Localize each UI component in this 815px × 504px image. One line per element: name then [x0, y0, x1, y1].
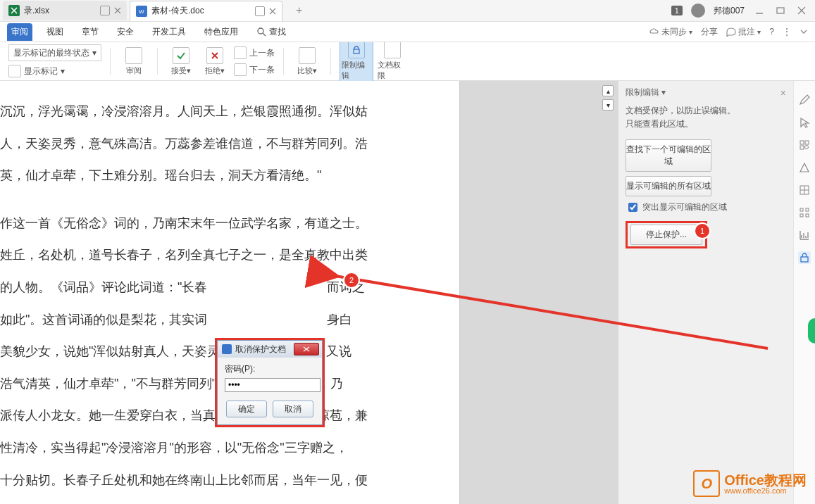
- comment-icon: [726, 27, 736, 37]
- annotation-marker-2: 2: [343, 272, 360, 289]
- menu-search[interactable]: 查找: [252, 23, 290, 41]
- panel-title: 限制编辑 ▾: [626, 87, 666, 99]
- document-page[interactable]: 沉沉，浮光霭霭，冷浸溶溶月。人间天上，烂银霞照通彻。浑似姑 人，天姿灵秀，意气殊…: [0, 81, 459, 504]
- marker-down-icon[interactable]: ▾: [602, 99, 614, 111]
- menu-right: 未同步▾ 分享 批注▾ ? ⋮: [649, 26, 808, 38]
- text-line: 人，天姿灵秀，意气殊高洁。万蕊参差谁信道，不与群芳同列。浩: [0, 137, 368, 151]
- svg-rect-1: [777, 8, 784, 13]
- text-line: 沉沉，浮光霭霭，冷浸溶溶月。人间天上，烂银霞照通彻。浑似姑: [0, 104, 368, 118]
- titlebar-right: 1 邦德007: [671, 4, 808, 18]
- sync-status[interactable]: 未同步▾: [649, 26, 692, 38]
- menu-bar: 审阅 视图 章节 安全 开发工具 特色应用 查找 未同步▾ 分享 批注▾ ? ⋮: [0, 22, 815, 42]
- share-button[interactable]: 分享: [701, 26, 718, 38]
- tab-close-icon[interactable]: [114, 7, 121, 14]
- password-input[interactable]: [225, 378, 321, 392]
- find-next-region-button[interactable]: 查找下一个可编辑的区域: [626, 139, 711, 172]
- text-line: 身白: [327, 313, 352, 327]
- apps-icon[interactable]: [798, 206, 811, 219]
- tab-restore-icon[interactable]: [100, 6, 110, 15]
- menu-view[interactable]: 视图: [42, 23, 68, 41]
- password-label: 密码(P):: [225, 364, 255, 374]
- prev-change-button[interactable]: 上一条: [234, 46, 275, 60]
- dialog-ok-button[interactable]: 确定: [226, 401, 267, 417]
- marker-up-icon[interactable]: ▴: [602, 85, 614, 96]
- tab-doc[interactable]: W 素材-倚天.doc: [130, 1, 282, 21]
- stop-protection-button[interactable]: 停止保护...: [630, 225, 702, 245]
- restrict-edit-button[interactable]: 限制编辑: [340, 39, 373, 83]
- pen-icon[interactable]: [798, 94, 811, 106]
- tab-bar: 录.xlsx W 素材-倚天.doc + 1 邦德007: [0, 0, 815, 22]
- user-avatar[interactable]: [691, 4, 705, 18]
- text-line: 性清冷，实当得起"冷浸溶溶月"的形容，以"无俗念"三字赠之，: [0, 441, 348, 455]
- side-widget-icon[interactable]: [808, 318, 815, 344]
- doc-permission-button[interactable]: 文档权限: [378, 42, 407, 81]
- reject-icon: [206, 47, 223, 64]
- review-button[interactable]: 审阅: [119, 47, 149, 76]
- dialog-titlebar[interactable]: 取消保护文档: [218, 341, 322, 358]
- menu-review[interactable]: 审阅: [7, 23, 32, 41]
- compare-button[interactable]: 比较▾: [292, 47, 322, 76]
- menu-devtools[interactable]: 开发工具: [148, 23, 190, 41]
- panel-close-button[interactable]: ×: [780, 87, 786, 99]
- markup-icon: [8, 65, 21, 77]
- collapse-ribbon-icon[interactable]: [800, 27, 808, 36]
- compare-icon: [299, 47, 316, 64]
- text-line: 如此"。这首词诵的似是梨花，其实词: [0, 313, 207, 327]
- window-close-icon[interactable]: [795, 6, 808, 15]
- show-markup-button[interactable]: 显示标记▾: [8, 64, 101, 78]
- lock-panel-icon[interactable]: [798, 251, 811, 264]
- tab-close-icon[interactable]: [269, 8, 276, 15]
- svg-rect-5: [805, 141, 809, 144]
- doc-icon: [222, 344, 232, 354]
- grid-icon[interactable]: [798, 184, 811, 196]
- menu-special[interactable]: 特色应用: [200, 23, 242, 41]
- panel-description: 文档受保护，以防止误编辑。只能查看此区域。: [626, 104, 786, 131]
- show-all-regions-button[interactable]: 显示可编辑的所有区域: [626, 176, 711, 196]
- menu-security[interactable]: 安全: [113, 23, 138, 41]
- svg-text:W: W: [139, 8, 144, 15]
- notification-badge[interactable]: 1: [671, 6, 683, 15]
- settings-icon[interactable]: [798, 139, 811, 151]
- workspace: 沉沉，浮光霭霭，冷浸溶溶月。人间天上，烂银霞照通彻。浑似姑 人，天姿灵秀，意气殊…: [0, 81, 815, 504]
- new-tab-button[interactable]: +: [285, 1, 313, 20]
- next-icon: [234, 63, 247, 76]
- text-line: 姓丘，名处机，道号长春子，名列全真七子之一，是全真教中出类: [0, 248, 368, 262]
- chart-icon[interactable]: [798, 229, 811, 241]
- comment-button[interactable]: 批注▾: [726, 26, 761, 38]
- highlight-checkbox-input[interactable]: [628, 203, 637, 212]
- window-minimize-icon[interactable]: [753, 6, 766, 15]
- markup-state-dropdown[interactable]: 显示标记的最终状态▾: [8, 44, 101, 61]
- shape-icon[interactable]: [798, 161, 811, 174]
- dialog-cancel-button[interactable]: 取消: [273, 401, 313, 417]
- text-line: 十分贴切。长春子丘处机和她在终南山上比邻而居，当年一见，便: [0, 473, 368, 487]
- accept-icon: [173, 47, 189, 64]
- accept-button[interactable]: 接受▾: [166, 47, 196, 76]
- annotation-marker-1: 1: [694, 222, 711, 239]
- review-icon: [125, 47, 142, 64]
- xls-icon: [8, 5, 20, 16]
- highlight-regions-checkbox[interactable]: 突出显示可编辑的区域: [626, 201, 786, 214]
- svg-rect-13: [801, 257, 808, 262]
- text-line: 的人物。《词品》评论此词道："长春: [0, 280, 207, 294]
- svg-rect-9: [800, 208, 803, 211]
- reject-button[interactable]: 拒绝▾: [200, 47, 230, 76]
- window-maximize-icon[interactable]: [774, 6, 787, 15]
- side-toolbar: [793, 81, 815, 504]
- doc-icon: W: [136, 6, 147, 17]
- dialog-close-button[interactable]: [294, 343, 319, 355]
- permission-icon: [384, 42, 401, 58]
- username-label: 邦德007: [714, 5, 745, 17]
- cursor-icon[interactable]: [798, 116, 811, 129]
- tab-restore-icon[interactable]: [255, 6, 265, 16]
- next-change-button[interactable]: 下一条: [234, 63, 275, 77]
- svg-rect-10: [806, 208, 809, 211]
- tab-doc-label: 素材-倚天.doc: [151, 5, 204, 17]
- annotation-box-dialog: 取消保护文档 密码(P): 确定 取消: [215, 338, 325, 427]
- more-menu-icon[interactable]: ⋮: [783, 27, 791, 37]
- svg-rect-11: [800, 214, 803, 217]
- tab-xlsx[interactable]: 录.xlsx: [3, 1, 127, 20]
- help-button[interactable]: ?: [769, 27, 774, 37]
- menu-chapter[interactable]: 章节: [77, 23, 103, 41]
- prev-icon: [234, 46, 247, 59]
- ribbon: 显示标记的最终状态▾ 显示标记▾ 审阅 接受▾ 拒绝▾ 上一条 下一条 比较▾ …: [0, 42, 815, 81]
